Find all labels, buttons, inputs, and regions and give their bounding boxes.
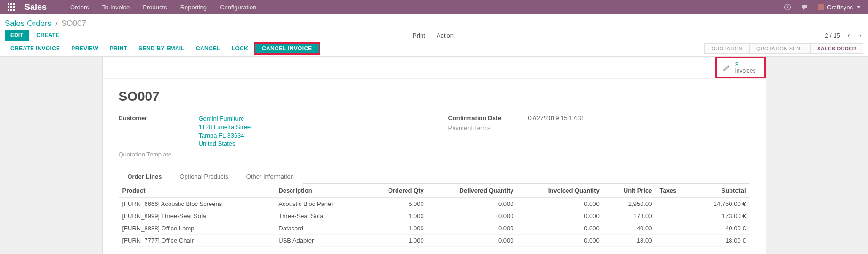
breadcrumb-root[interactable]: Sales Orders bbox=[5, 19, 51, 28]
table-row[interactable]: [FURN_6666] Acoustic Bloc ScreensAcousti… bbox=[119, 197, 750, 210]
edit-button[interactable]: EDIT bbox=[5, 30, 29, 41]
cancel-invoice-button[interactable]: CANCEL INVOICE bbox=[254, 42, 320, 55]
tab-other-information[interactable]: Other Information bbox=[237, 169, 303, 184]
cell-description: Three-Seat Sofa bbox=[275, 210, 365, 222]
breadcrumb: Sales Orders / SO007 bbox=[5, 16, 863, 30]
svg-rect-3 bbox=[8, 6, 9, 8]
form-sheet: 3 Invoices SO007 Customer Gemini Furnitu… bbox=[102, 57, 766, 254]
svg-rect-5 bbox=[13, 6, 15, 8]
status-quotation[interactable]: QUOTATION bbox=[704, 43, 749, 54]
activity-icon[interactable] bbox=[784, 3, 791, 11]
user-name: Craftsync bbox=[827, 4, 853, 11]
quotation-template-label: Quotation Template bbox=[119, 151, 199, 158]
menu-to-invoice[interactable]: To Invoice bbox=[102, 4, 130, 11]
col-invoiced-qty[interactable]: Invoiced Quantity bbox=[517, 184, 603, 198]
apps-icon[interactable] bbox=[8, 3, 15, 11]
col-product[interactable]: Product bbox=[119, 184, 275, 198]
cell-ordered: 5.000 bbox=[365, 197, 428, 210]
svg-rect-2 bbox=[13, 3, 15, 5]
lock-button[interactable]: LOCK bbox=[226, 43, 254, 54]
customer-addr-1[interactable]: 1128 Lunetta Street bbox=[199, 123, 420, 131]
cell-subtotal: 173.00 € bbox=[691, 210, 749, 222]
col-ordered-qty[interactable]: Ordered Qty bbox=[365, 184, 428, 198]
confirmation-date-label: Confirmation Date bbox=[448, 115, 528, 122]
col-subtotal[interactable]: Subtotal bbox=[691, 184, 749, 198]
cell-invoiced: 0.000 bbox=[517, 234, 603, 246]
invoices-label: Invoices bbox=[735, 68, 755, 74]
table-row[interactable]: [FURN_7777] Office ChairUSB Adapter1.000… bbox=[119, 234, 750, 246]
cell-price: 173.00 bbox=[603, 210, 656, 222]
create-invoice-button[interactable]: CREATE INVOICE bbox=[5, 43, 65, 54]
cell-delivered: 0.000 bbox=[428, 222, 518, 234]
send-email-button[interactable]: SEND BY EMAIL bbox=[133, 43, 190, 54]
tab-order-lines[interactable]: Order Lines bbox=[119, 169, 171, 184]
notebook-tabs: Order Lines Optional Products Other Info… bbox=[119, 168, 750, 184]
svg-rect-6 bbox=[8, 9, 9, 11]
cell-subtotal: 40.00 € bbox=[691, 222, 749, 234]
print-dropdown[interactable]: Print bbox=[413, 32, 427, 39]
menu-reporting[interactable]: Reporting bbox=[180, 4, 207, 11]
action-bar: CREATE INVOICE PREVIEW PRINT SEND BY EMA… bbox=[0, 41, 868, 57]
customer-addr-3[interactable]: United States bbox=[199, 139, 420, 148]
cell-product: [FURN_8999] Three-Seat Sofa bbox=[119, 210, 275, 222]
cell-price: 2,950.00 bbox=[603, 197, 656, 210]
cell-price: 18.00 bbox=[603, 234, 656, 246]
create-button[interactable]: CREATE bbox=[29, 30, 66, 41]
customer-label: Customer bbox=[119, 115, 199, 122]
action-dropdown[interactable]: Action bbox=[437, 32, 455, 39]
cell-taxes bbox=[656, 234, 691, 246]
cell-taxes bbox=[656, 222, 691, 234]
tab-optional-products[interactable]: Optional Products bbox=[170, 169, 237, 184]
cell-description: Datacard bbox=[275, 222, 365, 234]
action-label: Action bbox=[437, 32, 454, 39]
status-quotation-sent[interactable]: QUOTATION SENT bbox=[749, 43, 810, 54]
col-description[interactable]: Description bbox=[275, 184, 365, 198]
table-row[interactable]: [FURN_8888] Office LampDatacard1.0000.00… bbox=[119, 222, 750, 234]
customer-addr-2[interactable]: Tampa FL 33634 bbox=[199, 131, 420, 140]
col-delivered-qty[interactable]: Delivered Quantity bbox=[428, 184, 518, 198]
cell-price: 40.00 bbox=[603, 222, 656, 234]
col-taxes[interactable]: Taxes bbox=[656, 184, 691, 198]
menu-orders[interactable]: Orders bbox=[70, 4, 89, 11]
svg-rect-4 bbox=[10, 6, 12, 8]
col-unit-price[interactable]: Unit Price bbox=[603, 184, 656, 198]
pager-next[interactable]: › bbox=[857, 32, 863, 39]
customer-name[interactable]: Gemini Furniture bbox=[199, 115, 420, 123]
cell-delivered: 0.000 bbox=[428, 234, 518, 246]
cell-product: [FURN_7777] Office Chair bbox=[119, 234, 275, 246]
cell-taxes bbox=[656, 210, 691, 222]
cell-ordered: 1.000 bbox=[365, 222, 428, 234]
pencil-note-icon bbox=[722, 64, 731, 72]
user-menu[interactable]: Craftsync bbox=[818, 4, 860, 11]
app-brand[interactable]: Sales bbox=[24, 2, 47, 12]
avatar bbox=[818, 4, 824, 10]
cell-invoiced: 0.000 bbox=[517, 197, 603, 210]
cell-ordered: 1.000 bbox=[365, 234, 428, 246]
cell-subtotal: 18.00 € bbox=[691, 234, 749, 246]
svg-rect-0 bbox=[8, 3, 9, 5]
menu-products[interactable]: Products bbox=[143, 4, 167, 11]
messages-icon[interactable] bbox=[801, 3, 808, 11]
menu-configuration[interactable]: Configuration bbox=[220, 4, 256, 11]
preview-button[interactable]: PREVIEW bbox=[65, 43, 104, 54]
print-label: Print bbox=[413, 32, 425, 39]
invoices-stat-button[interactable]: 3 Invoices bbox=[715, 57, 765, 78]
cell-delivered: 0.000 bbox=[428, 197, 518, 210]
top-nav: Sales Orders To Invoice Products Reporti… bbox=[0, 0, 868, 14]
svg-rect-1 bbox=[10, 3, 12, 5]
print-button[interactable]: PRINT bbox=[104, 43, 133, 54]
cell-invoiced: 0.000 bbox=[517, 222, 603, 234]
pager-prev[interactable]: ‹ bbox=[846, 32, 852, 39]
breadcrumb-sep: / bbox=[55, 19, 57, 28]
cancel-button[interactable]: CANCEL bbox=[190, 43, 226, 54]
status-sales-order[interactable]: SALES ORDER bbox=[810, 43, 863, 54]
caret-down-icon bbox=[857, 6, 860, 8]
pager-value[interactable]: 2 / 15 bbox=[825, 32, 840, 39]
cell-description: Acoustic Bloc Panel bbox=[275, 197, 365, 210]
svg-rect-7 bbox=[10, 9, 12, 11]
cell-subtotal: 14,750.00 € bbox=[691, 197, 749, 210]
cell-invoiced: 0.000 bbox=[517, 210, 603, 222]
table-row[interactable]: [FURN_8999] Three-Seat SofaThree-Seat So… bbox=[119, 210, 750, 222]
top-menu: Orders To Invoice Products Reporting Con… bbox=[70, 4, 256, 11]
svg-rect-8 bbox=[13, 9, 15, 11]
